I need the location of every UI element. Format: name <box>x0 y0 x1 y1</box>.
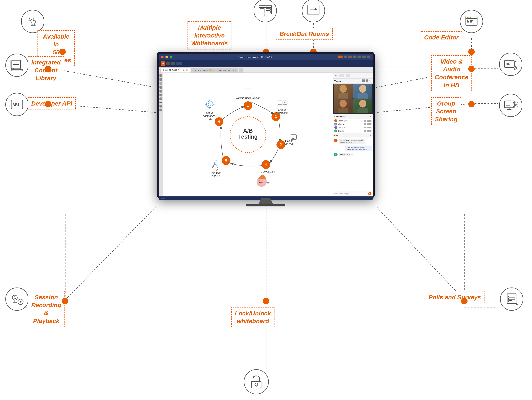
chat-input-area[interactable]: Enter your message ▶ <box>333 191 373 197</box>
svg-rect-45 <box>467 20 468 21</box>
tool-select[interactable] <box>159 74 162 77</box>
svg-text:with Best: with Best <box>211 171 222 174</box>
svg-point-49 <box>467 17 468 18</box>
close-chat[interactable]: ✕ <box>369 134 371 137</box>
video-cell-4 <box>353 99 372 113</box>
video-control-2[interactable] <box>366 79 368 82</box>
svg-text:Collect Data: Collect Data <box>261 170 275 173</box>
record-button[interactable] <box>338 56 342 58</box>
feature-lock-icon <box>244 369 269 394</box>
tool-zoom-out[interactable] <box>159 108 162 111</box>
video-cell-1 <box>334 84 353 99</box>
time-remaining: Time remaining: 42:35:56 <box>238 56 272 58</box>
tool-pen[interactable] <box>159 78 162 81</box>
videos-header: Videos <box>334 80 341 82</box>
svg-text:Variations: Variations <box>276 111 287 114</box>
svg-point-50 <box>469 17 469 18</box>
svg-text:API: API <box>13 102 20 107</box>
code-editor-icon <box>460 10 483 33</box>
feature-polls-icon <box>500 287 523 311</box>
close-attendees[interactable]: ✕ <box>369 115 371 118</box>
svg-rect-142 <box>357 108 368 113</box>
feature-content-library-icon <box>5 54 29 77</box>
svg-rect-46 <box>467 21 469 23</box>
dot-content-library <box>45 66 51 72</box>
tool-zoom-in[interactable] <box>159 105 162 108</box>
svg-rect-36 <box>266 8 270 11</box>
tool-color[interactable] <box>159 97 162 100</box>
svg-text:3: 3 <box>280 143 282 146</box>
svg-point-51 <box>470 17 471 18</box>
toolbar-btn-5[interactable] <box>362 56 366 58</box>
attendee-section: Attendee list ... ✕ J Jasem (you) <box>333 114 373 133</box>
toolbar-btn-2[interactable] <box>348 56 352 58</box>
svg-text:4: 4 <box>265 163 267 166</box>
hd-icon: HD <box>499 53 522 76</box>
svg-point-129 <box>206 101 213 108</box>
dot-lock-whiteboard-top <box>263 298 269 304</box>
chat-section: Chat ... ✕ J Hey everyone! Today's sessi… <box>333 133 373 197</box>
svg-text:HD: HD <box>506 62 510 66</box>
svg-rect-140 <box>338 108 348 113</box>
svg-point-141 <box>359 100 366 108</box>
send-button[interactable]: ▶ <box>368 192 371 195</box>
svg-text:Design Base Layout: Design Base Layout <box>236 96 260 99</box>
feature-translate: 文 A <box>21 10 44 33</box>
feature-group-screen-icon <box>499 94 522 117</box>
svg-rect-52 <box>11 61 21 69</box>
dot-video-audio <box>468 66 475 72</box>
dot-polls <box>461 298 468 304</box>
toolbar-icon-2[interactable] <box>171 62 175 65</box>
tab-whiteboard-3[interactable]: WHITE BOARD 3 ✕ <box>216 68 238 72</box>
toolbar-btn-1[interactable] <box>344 56 347 58</box>
svg-rect-92 <box>244 89 252 95</box>
code-panel-tab[interactable]: </> <box>333 73 373 79</box>
svg-point-123 <box>214 163 216 165</box>
toolbar-counter: 1 <box>177 62 182 65</box>
toolbar-btn-6[interactable] <box>367 56 370 58</box>
video-control-1[interactable] <box>362 79 365 82</box>
svg-rect-83 <box>251 381 261 388</box>
maximize-button[interactable] <box>170 56 172 58</box>
svg-rect-35 <box>260 8 264 13</box>
videos-section: Videos ✕ <box>333 79 373 114</box>
session-recording-icon <box>5 287 29 311</box>
tool-line[interactable] <box>159 94 162 96</box>
close-button[interactable] <box>161 56 164 58</box>
tab-whiteboard-1[interactable]: WHITE BOARD 1 🔒 ✕ <box>160 68 190 72</box>
monitor-titlebar: Time remaining: 42:35:56 <box>158 54 373 60</box>
svg-text:Set up: Set up <box>206 111 213 114</box>
toolbar-btn-3[interactable] <box>353 56 356 58</box>
svg-text:A: A <box>259 179 260 182</box>
toolbar-icon-1[interactable] <box>166 62 170 65</box>
ab-testing-diagram: A/B Testing 1 Design Base Layout 2 Creat… <box>163 73 333 197</box>
tool-text[interactable] <box>159 86 162 89</box>
dot-session-recording <box>62 298 68 304</box>
close-videos[interactable]: ✕ <box>369 79 371 83</box>
feature-video-audio-icon: HD <box>499 53 522 76</box>
toolbar-btn-4[interactable] <box>358 56 361 58</box>
minimize-button[interactable] <box>165 56 168 58</box>
tab-whiteboard-2[interactable]: WHITE BOARD 2 🔒 ✕ <box>191 68 216 72</box>
svg-rect-47 <box>470 20 473 21</box>
attendee-row-4: R Rahimi <box>334 129 371 132</box>
breakout-icon <box>302 0 325 22</box>
svg-rect-136 <box>338 93 348 99</box>
svg-rect-80 <box>508 296 515 297</box>
svg-point-139 <box>340 100 347 108</box>
chat-header: Chat <box>334 134 338 136</box>
dot-group-screen <box>468 101 475 107</box>
attendee-row-2: A Alireza <box>334 123 371 126</box>
svg-rect-56 <box>11 60 20 68</box>
dot-developer-api <box>45 101 51 107</box>
tool-shape[interactable] <box>159 90 162 93</box>
attendee-row-1: J Jasem (you) <box>334 119 371 122</box>
lock-icon <box>244 369 269 394</box>
svg-line-22 <box>65 206 156 300</box>
svg-text:Test Plan: Test Plan <box>283 142 294 145</box>
svg-text:Define: Define <box>285 139 292 142</box>
whiteboard-canvas[interactable]: A/B Testing 1 Design Base Layout 2 Creat… <box>163 73 333 197</box>
add-tab-button[interactable]: + <box>239 68 243 72</box>
svg-text:75%: 75% <box>259 182 263 184</box>
tool-eraser[interactable] <box>159 82 162 85</box>
